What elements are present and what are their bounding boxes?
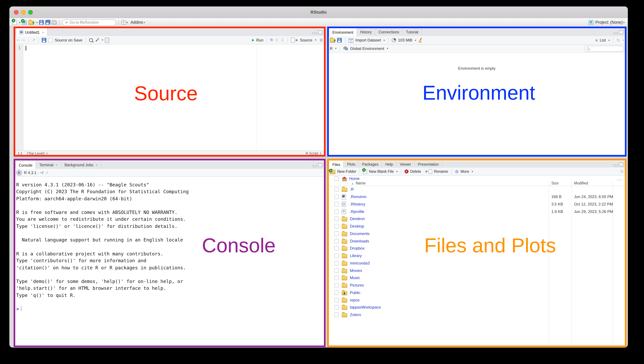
source-button[interactable]: Source (300, 38, 312, 42)
row-checkbox[interactable] (334, 305, 339, 310)
import-dataset-button[interactable]: Import Dataset (355, 38, 381, 43)
run-next-icon[interactable]: ⇩ (280, 38, 284, 43)
file-type-selector[interactable]: R Script ⇕ (306, 151, 322, 155)
tab-viewer[interactable]: Viewer (396, 161, 415, 168)
tab-plots[interactable]: Plots (344, 161, 359, 168)
close-tab-icon[interactable]: × (96, 163, 98, 167)
new-blank-file-icon[interactable] (363, 169, 367, 174)
back-icon[interactable]: ⇦ (16, 38, 20, 43)
code-tools-icon[interactable] (95, 38, 99, 42)
save-workspace-icon[interactable] (337, 38, 342, 43)
file-name-link[interactable]: Zotero (350, 312, 361, 317)
run-previous-icon[interactable]: ⇧ (275, 38, 278, 43)
row-checkbox[interactable] (334, 268, 339, 273)
breadcrumb-home-link[interactable]: Home (349, 176, 360, 181)
row-checkbox[interactable] (334, 261, 339, 265)
run-button[interactable]: Run (256, 38, 263, 42)
source-caret-icon[interactable]: ▾ (315, 39, 316, 42)
maximize-pane-icon[interactable] (318, 30, 322, 34)
goto-file-function-input[interactable]: ➤ Go to file/function (62, 19, 116, 26)
console-prompt-line[interactable]: > (16, 306, 189, 313)
row-checkbox[interactable] (334, 290, 339, 295)
file-name-link[interactable]: Public (350, 290, 360, 295)
new-folder-icon[interactable] (330, 170, 335, 174)
row-checkbox[interactable] (334, 194, 339, 199)
file-name-link[interactable]: Downloads (350, 239, 369, 243)
console-popout-icon[interactable]: ⇗ (45, 170, 48, 175)
project-caret-icon[interactable]: ▾ (623, 21, 624, 24)
row-checkbox[interactable] (334, 231, 339, 236)
row-checkbox[interactable] (334, 224, 339, 228)
file-name-link[interactable]: Dendron (350, 217, 365, 221)
maximize-pane-icon[interactable] (318, 163, 322, 167)
more-button[interactable]: More (461, 170, 469, 173)
close-tab-icon[interactable]: × (56, 163, 58, 167)
addins-button[interactable]: Addins (130, 20, 143, 25)
r-version-path[interactable]: R 4.3.1 · ~/ (24, 170, 43, 175)
delete-button[interactable]: Delete (410, 170, 421, 173)
refresh-caret-icon[interactable]: ▾ (622, 39, 624, 42)
tab-console[interactable]: Console (16, 161, 36, 169)
document-outline-icon[interactable]: ≣ (320, 38, 323, 43)
scope-caret-icon[interactable]: ▾ (387, 47, 388, 50)
source-on-save-checkbox[interactable] (48, 38, 53, 42)
file-name-link[interactable]: Movies (350, 268, 362, 273)
file-name-link[interactable]: tappasWorkspace (350, 305, 381, 310)
scope-indicator[interactable]: (Top Level) ⇕ (27, 151, 48, 155)
row-checkbox[interactable] (334, 253, 339, 258)
tab-environment[interactable]: Environment (329, 28, 357, 36)
project-selector[interactable]: Project: (None) (596, 20, 622, 25)
row-checkbox[interactable] (334, 298, 339, 302)
find-replace-icon[interactable] (89, 38, 93, 42)
rename-button[interactable]: Rename (434, 170, 448, 173)
tab-terminal[interactable]: Terminal× (36, 161, 61, 169)
rerun-icon[interactable]: ↻ (270, 38, 273, 42)
tab-untitled1[interactable]: Untitled1 × (16, 28, 48, 36)
sort-ascending-icon[interactable]: ▲ (351, 182, 354, 185)
file-name-link[interactable]: .Rprofile (350, 209, 364, 214)
row-checkbox[interactable] (334, 283, 339, 287)
file-name-link[interactable]: Library (350, 253, 362, 258)
r-language-caret-icon[interactable]: ▾ (335, 47, 336, 50)
pane-layout-caret-icon[interactable]: ▾ (127, 21, 128, 24)
tab-connections[interactable]: Connections (375, 28, 403, 36)
refresh-files-icon[interactable]: ↻ (620, 169, 624, 174)
code-tools-caret-icon[interactable]: ▾ (102, 39, 103, 42)
tab-files[interactable]: Files (329, 161, 344, 168)
load-workspace-icon[interactable] (330, 39, 335, 43)
more-gear-icon[interactable]: ⚙ (455, 169, 459, 174)
file-name-link[interactable]: repos (350, 298, 360, 302)
save-all-icon[interactable] (45, 20, 50, 25)
list-caret-icon[interactable]: ▾ (608, 39, 610, 42)
new-blank-file-button[interactable]: New Blank File (369, 170, 394, 173)
row-checkbox[interactable] (334, 209, 339, 214)
pane-layout-icon[interactable] (122, 20, 126, 25)
new-file-icon[interactable] (13, 20, 17, 25)
file-name-link[interactable]: Pictures (350, 283, 364, 287)
print-icon[interactable] (52, 21, 57, 25)
row-checkbox[interactable] (334, 312, 339, 317)
environment-search-input[interactable] (584, 46, 624, 51)
row-checkbox[interactable] (334, 187, 339, 192)
new-file-caret-icon[interactable]: ▾ (19, 21, 20, 24)
clear-objects-icon[interactable] (418, 38, 423, 43)
file-name-link[interactable]: Dropbox (350, 246, 364, 251)
source-editor[interactable]: 1 (14, 45, 326, 150)
save-icon[interactable] (39, 20, 44, 25)
column-header-modified[interactable]: Modified (574, 181, 588, 185)
new-project-icon[interactable]: R (22, 20, 27, 25)
maximize-pane-icon[interactable] (619, 30, 623, 34)
project-icon[interactable]: R (588, 20, 594, 25)
file-name-link[interactable]: Documents (350, 231, 370, 236)
new-blank-file-caret-icon[interactable]: ▾ (396, 170, 398, 173)
vertical-splitter[interactable] (326, 27, 327, 347)
memory-usage[interactable]: 103 MiB (398, 38, 412, 43)
row-checkbox[interactable] (334, 202, 339, 206)
file-name-link[interactable]: miniconda3 (350, 261, 370, 265)
open-file-caret-icon[interactable]: ▾ (36, 21, 38, 24)
file-name-link[interactable]: Desktop (350, 224, 364, 228)
file-name-link[interactable]: .Rhistory (350, 202, 365, 206)
tab-history[interactable]: History (357, 28, 375, 36)
minimize-pane-icon[interactable] (614, 32, 618, 34)
tab-packages[interactable]: Packages (359, 161, 382, 168)
